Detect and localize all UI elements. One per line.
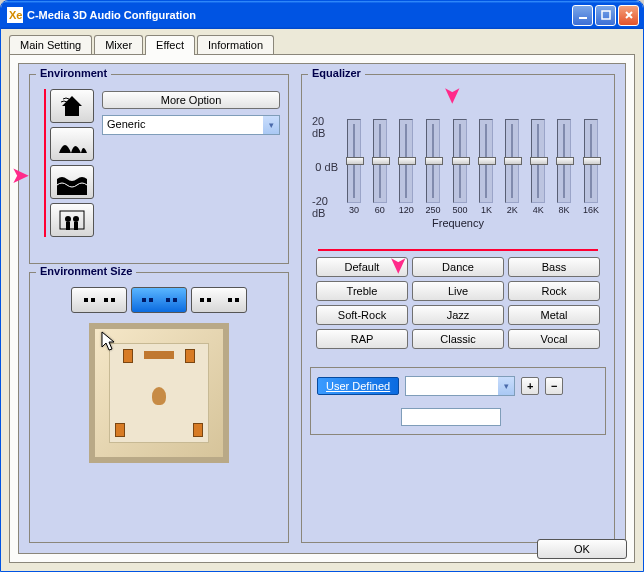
environment-select[interactable]: Generic ▾ — [102, 115, 280, 135]
eq-freq-label: 2K — [507, 205, 518, 215]
eq-preset-metal[interactable]: Metal — [508, 305, 600, 325]
eq-slider[interactable] — [347, 119, 361, 203]
eq-preset-softrock[interactable]: Soft-Rock — [316, 305, 408, 325]
svg-point-5 — [65, 216, 71, 222]
svg-rect-6 — [66, 222, 70, 230]
window-title: C-Media 3D Audio Configuration — [27, 9, 196, 21]
eq-band-250: 250 — [426, 119, 441, 215]
user-defined-select-value — [406, 377, 498, 395]
frequency-caption: Frequency — [310, 217, 606, 229]
eq-freq-label: 1K — [481, 205, 492, 215]
eq-preset-treble[interactable]: Treble — [316, 281, 408, 301]
minimize-button[interactable] — [572, 5, 593, 26]
eq-band-8K: 8K — [557, 119, 571, 215]
eq-freq-label: 8K — [559, 205, 570, 215]
eq-slider[interactable] — [584, 119, 598, 203]
eq-preset-classic[interactable]: Classic — [412, 329, 504, 349]
eq-ytick: 0 dB — [315, 161, 338, 173]
eq-presets: DefaultDanceBassTrebleLiveRockSoft-RockJ… — [310, 257, 606, 349]
eq-freq-label: 16K — [583, 205, 599, 215]
annotation-arrow-icon: ➤ — [387, 257, 411, 274]
user-defined-name-input[interactable] — [401, 408, 501, 426]
env-preset-hallway[interactable] — [50, 203, 94, 237]
close-button[interactable] — [618, 5, 639, 26]
env-size-small[interactable] — [71, 287, 127, 313]
env-preset-concerthall[interactable] — [50, 127, 94, 161]
maximize-button[interactable] — [595, 5, 616, 26]
room-preview — [89, 323, 229, 463]
eq-preset-dance[interactable]: Dance — [412, 257, 504, 277]
eq-preset-jazz[interactable]: Jazz — [412, 305, 504, 325]
tab-mixer[interactable]: Mixer — [94, 35, 143, 55]
ok-button[interactable]: OK — [537, 539, 627, 559]
equalizer-title: Equalizer — [308, 67, 365, 79]
eq-band-60: 60 — [373, 119, 387, 215]
user-defined-label[interactable]: User Defined — [317, 377, 399, 395]
environment-group: Environment ➤ More Option — [29, 74, 289, 264]
env-preset-underwater[interactable] — [50, 165, 94, 199]
env-size-medium[interactable] — [131, 287, 187, 313]
user-defined-select[interactable]: ▾ — [405, 376, 515, 396]
eq-band-30: 30 — [347, 119, 361, 215]
environment-select-value: Generic — [103, 116, 263, 134]
eq-slider[interactable] — [373, 119, 387, 203]
eq-slider[interactable] — [399, 119, 413, 203]
eq-freq-label: 250 — [426, 205, 441, 215]
eq-preset-vocal[interactable]: Vocal — [508, 329, 600, 349]
eq-slider[interactable] — [557, 119, 571, 203]
app-icon: Xe — [7, 7, 23, 23]
environment-size-title: Environment Size — [36, 265, 136, 277]
eq-slider[interactable] — [479, 119, 493, 203]
eq-preset-live[interactable]: Live — [412, 281, 504, 301]
eq-band-120: 120 — [399, 119, 414, 215]
tab-strip: Main Setting Mixer Effect Information — [9, 35, 635, 55]
svg-rect-3 — [602, 11, 610, 19]
environment-title: Environment — [36, 67, 111, 79]
svg-text:Xe: Xe — [9, 9, 22, 21]
eq-y-axis: 20 dB 0 dB -20 dB — [310, 109, 340, 225]
annotation-arrow-icon: ➤ — [441, 87, 465, 104]
equalizer-group: Equalizer ➤ 20 dB 0 dB -20 dB 3060120250… — [301, 74, 615, 543]
svg-rect-2 — [579, 17, 587, 19]
eq-freq-label: 120 — [399, 205, 414, 215]
annotation-arrow-icon: ➤ — [12, 163, 29, 187]
client-area: Main Setting Mixer Effect Information En… — [1, 29, 643, 571]
eq-freq-label: 60 — [375, 205, 385, 215]
svg-point-7 — [73, 216, 79, 222]
app-window: Xe C-Media 3D Audio Configuration Main S… — [0, 0, 644, 572]
more-option-button[interactable]: More Option — [102, 91, 280, 109]
environment-size-group: Environment Size — [29, 272, 289, 543]
eq-preset-rock[interactable]: Rock — [508, 281, 600, 301]
chevron-down-icon: ▾ — [263, 116, 279, 134]
chevron-down-icon: ▾ — [498, 377, 514, 395]
user-defined-remove-button[interactable]: − — [545, 377, 563, 395]
env-preset-bathroom[interactable] — [50, 89, 94, 123]
tab-effect[interactable]: Effect — [145, 35, 195, 55]
svg-rect-8 — [74, 222, 78, 230]
svg-rect-4 — [60, 211, 84, 229]
eq-freq-label: 500 — [453, 205, 468, 215]
eq-band-2K: 2K — [505, 119, 519, 215]
tab-main-setting[interactable]: Main Setting — [9, 35, 92, 55]
eq-preset-bass[interactable]: Bass — [508, 257, 600, 277]
cursor-icon — [101, 331, 117, 353]
eq-slider[interactable] — [453, 119, 467, 203]
env-size-large[interactable] — [191, 287, 247, 313]
user-defined-add-button[interactable]: + — [521, 377, 539, 395]
eq-slider[interactable] — [426, 119, 440, 203]
eq-freq-label: 30 — [349, 205, 359, 215]
environment-presets-list — [44, 89, 94, 237]
eq-band-1K: 1K — [479, 119, 493, 215]
eq-band-16K: 16K — [583, 119, 599, 215]
eq-sliders: 30601202505001K2K4K8K16K — [340, 119, 606, 215]
eq-ytick: 20 dB — [312, 115, 338, 139]
eq-slider[interactable] — [505, 119, 519, 203]
tab-information[interactable]: Information — [197, 35, 274, 55]
effect-panel: Environment ➤ More Option — [18, 63, 626, 554]
titlebar[interactable]: Xe C-Media 3D Audio Configuration — [1, 1, 643, 29]
user-defined-group: User Defined ▾ + − — [310, 367, 606, 435]
eq-preset-rap[interactable]: RAP — [316, 329, 408, 349]
eq-slider[interactable] — [531, 119, 545, 203]
annotation-line — [318, 249, 598, 251]
tab-page: Environment ➤ More Option — [9, 54, 635, 563]
